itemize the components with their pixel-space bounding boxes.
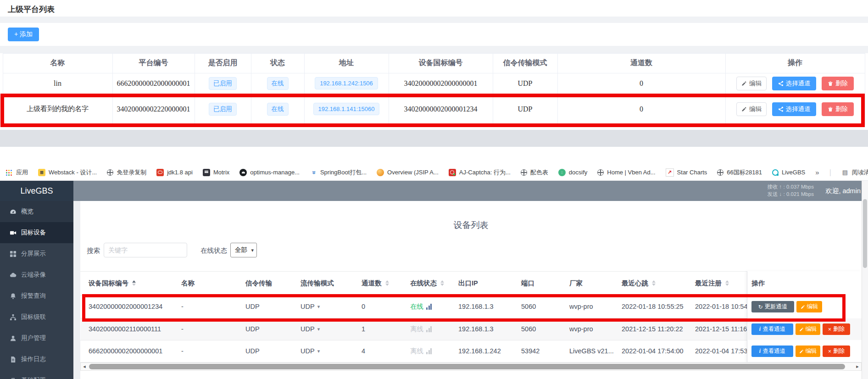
captcha-icon (449, 169, 456, 176)
bookmark-item[interactable]: 66国标28181 (717, 168, 762, 177)
sidebar-item-users[interactable]: 用户管理 (0, 328, 73, 349)
users-icon (10, 335, 17, 342)
cell-device-id[interactable]: 66620000002000000001 (89, 340, 162, 362)
sidebar-item-overview[interactable]: 概览 (0, 201, 73, 222)
sidebar-item-cloud-recording[interactable]: 云端录像 (0, 264, 73, 285)
cell-port: 5060 (521, 318, 536, 340)
sort-icon[interactable] (440, 280, 444, 286)
delete-button[interactable]: 删除 (822, 77, 854, 90)
scroll-right-arrow[interactable]: ► (854, 363, 861, 370)
add-button[interactable]: + 添加 (8, 28, 39, 41)
cell-vendor: wvp-pro (569, 295, 593, 318)
scrollbar-thumb[interactable] (89, 364, 845, 369)
bookmark-item[interactable]: Motrix (203, 169, 229, 176)
view-channels-button[interactable]: i查看通道 (751, 323, 793, 335)
col-header-channels: 通道数 (557, 53, 725, 73)
cell-name: - (181, 340, 184, 362)
col-channels[interactable]: 通道数 (362, 271, 389, 295)
stream-mode-select[interactable]: UDP▾ (300, 340, 320, 362)
col-header-address: 地址 (304, 53, 389, 73)
sort-icon[interactable] (652, 280, 656, 286)
bookmarks-overflow[interactable]: » (815, 168, 819, 176)
bookmark-item[interactable]: 免登录复制 (107, 168, 146, 177)
livegbs-icon (772, 169, 779, 176)
cell-name: lin (3, 73, 112, 94)
bookmark-item[interactable]: Overview (JSIP A... (377, 169, 439, 176)
bandwidth-chart-icon[interactable] (426, 304, 432, 310)
delete-button[interactable]: ×删除 (823, 346, 850, 357)
delete-button[interactable]: 删除 (822, 102, 854, 116)
address-badge: 192.168.1.242:1506 (315, 77, 378, 89)
bookmark-apps[interactable]: 应用 (6, 168, 28, 177)
sort-icon[interactable] (725, 280, 729, 286)
search-input[interactable] (104, 243, 187, 257)
cell-channels: 0 (557, 73, 725, 94)
bookmark-item[interactable]: ≣Webstack - 设计... (38, 168, 97, 177)
cell-signal: UDP (245, 318, 260, 340)
cell-port: 53942 (521, 340, 540, 362)
cell-name: - (181, 295, 184, 318)
edit-button[interactable]: 编辑 (736, 102, 767, 116)
stream-mode-select[interactable]: UDP▾ (300, 295, 320, 318)
sort-icon[interactable] (132, 280, 136, 286)
sidebar-item-devices[interactable]: 国标设备 (0, 222, 73, 243)
globe-icon (717, 169, 723, 176)
sidebar-item-cascade[interactable]: 国标级联 (0, 307, 73, 328)
sidebar-item-operation-log[interactable]: 操作日志 (0, 349, 73, 370)
update-channels-button[interactable]: ↻更新通道 (751, 301, 794, 312)
bookmark-item[interactable]: :docsify (558, 169, 587, 176)
globe-icon (597, 169, 604, 176)
welcome-user[interactable]: 欢迎, admin (825, 187, 861, 195)
stream-mode-select[interactable]: UDP▾ (300, 318, 320, 340)
col-device-id[interactable]: 设备国标编号 (89, 271, 136, 295)
cell-device-id[interactable]: 34020000002110000111 (89, 318, 161, 340)
col-header-device-id: 设备国标编号 (389, 53, 493, 73)
cell-registered: 2021-12-15 11:16 (695, 318, 747, 340)
edit-button[interactable]: 编辑 (796, 301, 822, 312)
vertical-scrollbar[interactable] (862, 181, 868, 379)
bookmarks-bar: 应用 ≣Webstack - 设计... 免登录复制 jdk1.8 api Mo… (0, 164, 868, 181)
recv-stat: 接收 ↑ : 0.037 Mbps (767, 183, 814, 190)
col-name: 名称 (181, 271, 195, 295)
edit-button[interactable]: 编辑 (796, 323, 820, 335)
cell-transport: UDP (493, 73, 557, 94)
bookmark-item[interactable]: optimus-manage... (239, 169, 300, 176)
delete-button[interactable]: ×删除 (823, 323, 850, 335)
app-logo[interactable]: LiveGBS (0, 181, 73, 201)
select-channel-button[interactable]: 选择通道 (772, 102, 816, 116)
enabled-badge: 已启用 (209, 77, 237, 90)
cell-device-id[interactable]: 34020000002000001234 (89, 295, 162, 318)
cell-vendor: LiveGBS v21... (569, 340, 614, 362)
scroll-left-arrow[interactable]: ◄ (81, 363, 88, 370)
cell-signal: UDP (245, 340, 260, 362)
col-registered[interactable]: 最近注册 (695, 271, 729, 295)
cell-channels: 1 (362, 318, 365, 340)
springboot-icon (310, 169, 317, 176)
scrollbar-thumb[interactable] (863, 199, 867, 268)
reading-list-button[interactable]: ▤阅读清单 (841, 168, 868, 177)
sort-icon[interactable] (385, 280, 389, 286)
col-online-status[interactable]: 在线状态 (410, 271, 444, 295)
chevron-down-icon: ▾ (317, 348, 320, 354)
bandwidth-chart-icon (426, 348, 432, 354)
sidebar-item-split-screen[interactable]: 分屏展示 (0, 243, 73, 264)
bookmark-item[interactable]: AJ-Captcha: 行为... (449, 168, 511, 177)
select-channel-button[interactable]: 选择通道 (772, 77, 816, 90)
online-status-select[interactable]: 全部 ▾ (230, 243, 257, 257)
sidebar-item-alarm-query[interactable]: 报警查询 (0, 285, 73, 307)
sidebar-item-basic-config[interactable]: 基础配置 (0, 370, 73, 379)
edit-button[interactable]: 编辑 (736, 77, 767, 90)
col-heartbeat[interactable]: 最近心跳 (622, 271, 656, 295)
bookmark-item[interactable]: SpringBoot打包... (310, 168, 367, 177)
view-channels-button[interactable]: i查看通道 (751, 346, 793, 357)
divider (0, 17, 868, 23)
bookmark-item[interactable]: 配色表 (521, 168, 548, 177)
col-port: 端口 (521, 271, 534, 295)
bookmark-item[interactable]: ↗Star Charts (666, 168, 707, 177)
bookmark-item[interactable]: LiveGBS (772, 169, 805, 176)
bookmark-item[interactable]: jdk1.8 api (156, 169, 193, 176)
edit-button[interactable]: 编辑 (796, 346, 820, 357)
horizontal-scrollbar[interactable]: ◄ ► (80, 362, 862, 371)
cell-device-id: 34020000002000000001 (389, 73, 493, 94)
bookmark-item[interactable]: Home | Vben Ad... (597, 169, 655, 176)
